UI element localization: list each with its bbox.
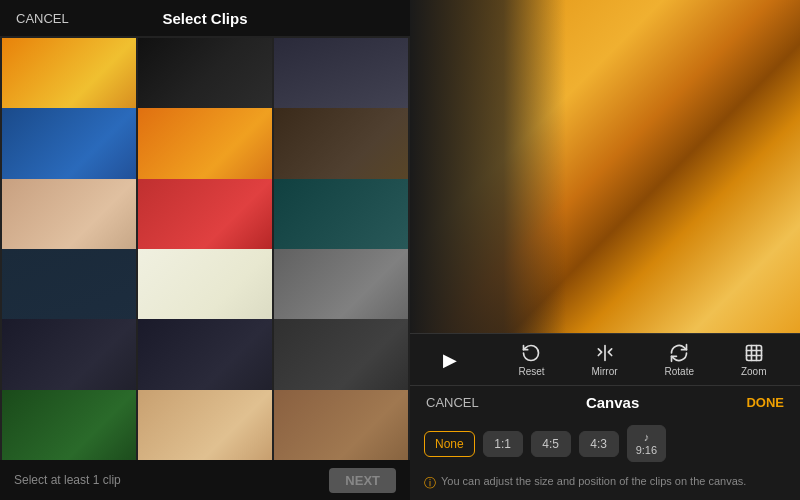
preview-image [410, 0, 800, 333]
preview-dark-overlay [410, 0, 566, 333]
canvas-panel: CANCEL Canvas DONE None1:14:54:3♪9:16 ⓘ … [410, 385, 800, 500]
canvas-hint-text: You can adjust the size and position of … [441, 474, 746, 489]
canvas-done-button[interactable]: DONE [746, 395, 784, 410]
mirror-icon [594, 342, 616, 364]
rotate-icon [668, 342, 690, 364]
mirror-button[interactable]: Mirror [591, 342, 617, 377]
preview-area [410, 0, 800, 333]
reset-label: Reset [518, 366, 544, 377]
canvas-hint: ⓘ You can adjust the size and position o… [410, 470, 800, 500]
canvas-cancel-button[interactable]: CANCEL [426, 395, 479, 410]
reset-icon [520, 342, 542, 364]
svg-rect-0 [746, 346, 761, 361]
zoom-label: Zoom [741, 366, 767, 377]
rotate-label: Rotate [665, 366, 694, 377]
canvas-header: CANCEL Canvas DONE [410, 386, 800, 419]
reset-button[interactable]: Reset [518, 342, 544, 377]
clip-item[interactable] [2, 390, 136, 460]
info-icon: ⓘ [424, 475, 436, 492]
page-title: Select Clips [162, 10, 247, 27]
ratio-button-9x16[interactable]: ♪9:16 [627, 425, 666, 462]
ratio-button-4x3[interactable]: 4:3 [579, 431, 619, 457]
cancel-button[interactable]: CANCEL [16, 11, 69, 26]
next-button[interactable]: NEXT [329, 468, 396, 493]
play-button[interactable]: ▶ [443, 349, 471, 371]
ratio-button-1x1[interactable]: 1:1 [483, 431, 523, 457]
clips-grid: 00:14 ⏮ ▶ ⏭ 00:5300:22 [0, 36, 410, 460]
canvas-title: Canvas [586, 394, 639, 411]
clip-item[interactable] [138, 390, 272, 460]
rotate-button[interactable]: Rotate [665, 342, 694, 377]
left-panel: CANCEL Select Clips 00:14 ⏮ ▶ ⏭ 00:5300:… [0, 0, 410, 500]
clip-item[interactable] [274, 390, 408, 460]
zoom-icon [743, 342, 765, 364]
left-header: CANCEL Select Clips [0, 0, 410, 36]
ratio-row: None1:14:54:3♪9:16 [410, 419, 800, 470]
right-panel: ▶ Reset Mirror [410, 0, 800, 500]
ratio-button-4x5[interactable]: 4:5 [531, 431, 571, 457]
footer-hint: Select at least 1 clip [14, 473, 121, 487]
left-footer: Select at least 1 clip NEXT [0, 460, 410, 500]
ratio-button-none[interactable]: None [424, 431, 475, 457]
zoom-button[interactable]: Zoom [741, 342, 767, 377]
mirror-label: Mirror [591, 366, 617, 377]
edit-toolbar: ▶ Reset Mirror [410, 333, 800, 385]
